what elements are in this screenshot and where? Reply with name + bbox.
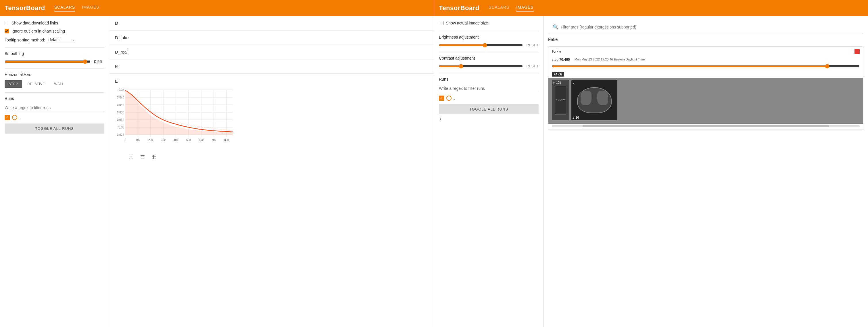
ct-label-l: L	[572, 81, 574, 84]
svg-text:30k: 30k	[161, 138, 166, 142]
right-run-dot: .	[454, 96, 455, 101]
image-card: Fake step 70,400 Mon May 23 2022 12:20:4…	[548, 46, 863, 130]
svg-text:0: 0	[124, 138, 126, 142]
tag-item-d[interactable]: D	[109, 16, 434, 30]
svg-text:0.038: 0.038	[117, 111, 124, 114]
filter-tags-input[interactable]	[561, 25, 859, 29]
left-content-area: D D_fake D_real E E 0.05 0.046 0.042 0.0…	[109, 16, 434, 327]
svg-text:60k: 60k	[199, 138, 204, 142]
filter-tags-bar: 🔍	[548, 21, 863, 33]
left-sidebar: Show data download links Ignore outliers…	[0, 16, 109, 327]
show-data-links-label: Show data download links	[11, 21, 58, 25]
left-brand: TensorBoard	[5, 4, 45, 12]
search-icon: 🔍	[553, 24, 558, 30]
right-runs-label: Runs	[439, 77, 538, 81]
step-label: step 70,400	[552, 58, 570, 62]
right-nav-images[interactable]: IMAGES	[516, 5, 533, 11]
svg-text:80k: 80k	[224, 138, 229, 142]
ignore-outliers-checkbox[interactable]: Ignore outliers in chart scaling	[5, 29, 65, 33]
zoom-button[interactable]	[150, 152, 159, 162]
svg-text:0.03: 0.03	[119, 126, 124, 129]
svg-text:0.042: 0.042	[117, 103, 124, 107]
brightness-reset-button[interactable]: RESET	[526, 43, 538, 47]
image-scrollbar[interactable]	[552, 125, 860, 127]
right-toggle-all-runs-button[interactable]: TOGGLE ALL RUNS	[439, 104, 538, 114]
brightness-slider[interactable]	[439, 43, 523, 48]
run-dot: .	[20, 115, 21, 120]
ct-coords-label: R x=128	[556, 99, 565, 102]
svg-text:50k: 50k	[186, 138, 191, 142]
axis-relative-button[interactable]: RELATIVE	[23, 80, 49, 88]
svg-text:0.026: 0.026	[117, 133, 124, 136]
brightness-label: Brightness adjustment	[439, 35, 538, 39]
fake-badge: FAKE	[552, 72, 564, 77]
show-actual-size-checkbox[interactable]: Show actual image size	[439, 21, 488, 25]
ct-lung-left	[581, 91, 591, 105]
axis-step-button[interactable]: STEP	[5, 80, 22, 88]
svg-text:0.046: 0.046	[117, 96, 124, 99]
contrast-label: Contrast adjustment	[439, 56, 538, 60]
ct-lung-right	[597, 91, 608, 105]
svg-text:40k: 40k	[174, 138, 179, 142]
ct-y-label: y=128	[553, 81, 561, 84]
show-actual-size-input[interactable]	[439, 21, 443, 25]
tag-item-dfake[interactable]: D_fake	[109, 30, 434, 45]
ct-scan-image: L z=16	[571, 80, 617, 120]
chart-title: E	[115, 79, 428, 83]
show-actual-size-label: Show actual image size	[446, 21, 488, 25]
toggle-all-runs-button[interactable]: TOGGLE ALL RUNS	[5, 124, 104, 134]
data-icon-button[interactable]	[138, 152, 147, 162]
run-radio[interactable]	[12, 115, 17, 120]
ignore-outliers-label: Ignore outliers in chart scaling	[11, 29, 65, 33]
date-value: Mon May 23 2022 12:20:46 Eastern Dayligh…	[575, 58, 645, 62]
smoothing-value: 0.96	[94, 59, 104, 64]
show-data-links-input[interactable]	[5, 21, 9, 25]
contrast-slider[interactable]	[439, 64, 523, 69]
left-nav-scalars[interactable]: SCALARS	[54, 5, 75, 11]
svg-rect-34	[152, 155, 156, 159]
right-sidebar: Show actual image size Brightness adjust…	[434, 16, 544, 327]
chart-container: E 0.05 0.046 0.042 0.038 0.034 0.03 0.02…	[109, 74, 434, 164]
right-run-radio[interactable]	[446, 96, 452, 101]
show-data-links-checkbox[interactable]: Show data download links	[5, 21, 58, 25]
right-brand: TensorBoard	[439, 4, 479, 12]
smoothing-slider[interactable]	[5, 59, 91, 64]
right-nav-scalars[interactable]: SCALARS	[489, 5, 509, 11]
expand-chart-button[interactable]	[126, 152, 136, 162]
smoothing-label: Smoothing	[5, 51, 104, 56]
tag-list: D D_fake D_real E	[109, 16, 434, 74]
image-preview-area: y=128 R x=128 L	[548, 78, 863, 124]
runs-label: Runs	[5, 96, 104, 101]
svg-text:70k: 70k	[212, 138, 216, 142]
image-card-title: Fake	[548, 47, 863, 56]
ct-label-z: z=16	[572, 116, 579, 119]
image-section-title: Fake	[548, 37, 863, 42]
right-runs-filter-input[interactable]	[439, 85, 538, 92]
step-value: 70,400	[559, 58, 570, 62]
right-content-area: 🔍 Fake Fake step 70,400 Mon May 23	[544, 16, 868, 327]
ignore-outliers-input[interactable]	[5, 29, 9, 33]
run-path: ./	[439, 116, 538, 121]
image-color-badge	[855, 49, 860, 54]
chart-svg: 0.05 0.046 0.042 0.038 0.034 0.03 0.026	[115, 86, 236, 149]
svg-text:10k: 10k	[136, 138, 141, 142]
svg-text:0.034: 0.034	[117, 118, 124, 121]
horizontal-axis-label: Horizontal Axis	[5, 72, 104, 77]
left-nav-images[interactable]: IMAGES	[82, 5, 99, 11]
image-card-meta: step 70,400 Mon May 23 2022 12:20:46 Eas…	[548, 56, 863, 63]
tooltip-select-wrapper[interactable]: default ascending descending ▾	[48, 37, 75, 43]
image-card-title-text: Fake	[552, 49, 561, 54]
right-run-checkbox[interactable]	[439, 96, 444, 101]
image-step-slider[interactable]	[552, 64, 860, 69]
tooltip-label: Tooltip sorting method:	[5, 38, 45, 42]
runs-filter-input[interactable]	[5, 104, 104, 111]
tag-item-e[interactable]: E	[109, 59, 434, 74]
run-checkbox-checked[interactable]	[5, 115, 10, 120]
tag-item-dreal[interactable]: D_real	[109, 45, 434, 59]
contrast-reset-button[interactable]: RESET	[526, 64, 538, 68]
tooltip-select[interactable]: default ascending descending	[48, 37, 75, 43]
svg-text:20k: 20k	[148, 138, 153, 142]
svg-text:0.05: 0.05	[119, 88, 124, 91]
axis-wall-button[interactable]: WALL	[50, 80, 68, 88]
image-scrollbar-thumb	[583, 125, 829, 127]
